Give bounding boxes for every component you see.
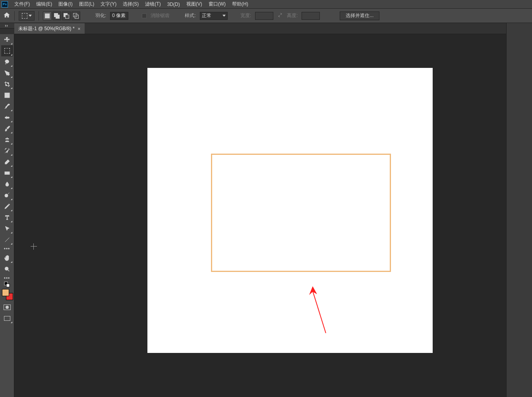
foreground-color-swatch[interactable] <box>2 289 9 296</box>
zoom-tool[interactable] <box>1 264 13 275</box>
menu-window[interactable]: 窗口(W) <box>205 0 229 9</box>
document-tab-title: 未标题-1 @ 50%(RGB/8) * <box>18 25 75 32</box>
antialias-label: 消除锯齿 <box>151 12 170 19</box>
swap-dims-icon <box>277 12 283 19</box>
marquee-icon <box>22 13 27 19</box>
menu-view[interactable]: 视图(V) <box>183 0 205 9</box>
menu-image[interactable]: 图像(I) <box>55 0 75 9</box>
close-icon[interactable]: × <box>78 26 81 32</box>
move-tool[interactable] <box>1 34 13 45</box>
edit-toolbar[interactable]: ••• <box>4 275 10 282</box>
screen-mode-button[interactable] <box>1 313 13 324</box>
drawn-rectangle-shape <box>211 154 391 272</box>
pen-tool[interactable] <box>1 201 13 212</box>
expand-panels-button[interactable] <box>0 23 14 29</box>
app-logo-icon: Ps <box>2 1 8 8</box>
document-canvas[interactable] <box>147 68 433 353</box>
current-tool-indicator[interactable] <box>19 11 35 21</box>
height-input <box>302 12 320 20</box>
path-select-tool[interactable] <box>1 223 13 234</box>
svg-point-4 <box>5 194 8 197</box>
svg-marker-9 <box>309 286 317 295</box>
annotation-arrow-icon <box>309 286 329 334</box>
feather-input[interactable]: 0 像素 <box>110 12 128 20</box>
quick-select-tool[interactable] <box>1 67 13 79</box>
default-colors-icon[interactable] <box>1 282 13 287</box>
quick-mask-button[interactable] <box>1 302 13 313</box>
hand-tool[interactable] <box>1 252 13 264</box>
svg-line-8 <box>313 291 326 333</box>
line-tool[interactable] <box>1 234 13 245</box>
toolbox: ••• ••• <box>0 34 14 397</box>
style-value: 正常 <box>202 12 211 19</box>
menu-3d[interactable]: 3D(D) <box>164 0 183 8</box>
crop-tool[interactable] <box>1 79 13 90</box>
style-select[interactable]: 正常 <box>200 12 228 20</box>
healing-brush-tool[interactable] <box>1 112 13 123</box>
height-label: 高度: <box>287 12 298 19</box>
collapsed-panels-strip[interactable] <box>506 23 532 397</box>
cursor-crosshair-icon <box>31 243 37 250</box>
color-swatches[interactable] <box>1 288 13 302</box>
selection-subtract-button[interactable] <box>62 12 71 20</box>
width-input <box>255 12 273 20</box>
selection-intersect-button[interactable] <box>72 12 80 20</box>
selection-new-button[interactable] <box>43 12 52 20</box>
eyedropper-tool[interactable] <box>1 101 13 112</box>
svg-rect-7 <box>6 284 10 287</box>
svg-point-0 <box>7 73 9 75</box>
type-tool[interactable] <box>1 212 13 223</box>
width-label: 宽度: <box>240 12 251 19</box>
menu-type[interactable]: 文字(Y) <box>97 0 120 9</box>
feather-label: 羽化: <box>95 12 106 19</box>
brush-tool[interactable] <box>1 123 13 134</box>
menu-bar: Ps 文件(F) 编辑(E) 图像(I) 图层(L) 文字(Y) 选择(S) 滤… <box>0 0 532 9</box>
chevron-down-icon <box>222 15 226 17</box>
menu-edit[interactable]: 编辑(E) <box>33 0 55 9</box>
menu-file[interactable]: 文件(F) <box>11 0 33 9</box>
gradient-tool[interactable] <box>1 168 13 179</box>
blur-tool[interactable] <box>1 179 13 190</box>
lasso-tool[interactable] <box>1 56 13 67</box>
menu-layer[interactable]: 图层(L) <box>76 0 98 9</box>
menu-filter[interactable]: 滤镜(T) <box>142 0 164 9</box>
rect-marquee-tool[interactable] <box>1 45 13 56</box>
home-icon[interactable] <box>3 12 10 20</box>
document-tab[interactable]: 未标题-1 @ 50%(RGB/8) * × <box>14 23 85 34</box>
selection-add-button[interactable] <box>52 12 61 20</box>
antialias-checkbox <box>142 13 147 18</box>
chevron-down-icon <box>29 15 32 17</box>
selection-mode-group <box>43 12 80 20</box>
dodge-tool[interactable] <box>1 190 13 201</box>
more-tools[interactable]: ••• <box>4 245 10 252</box>
canvas-workspace[interactable] <box>14 34 506 397</box>
frame-tool[interactable] <box>1 90 13 101</box>
svg-point-5 <box>5 267 8 270</box>
menu-help[interactable]: 帮助(H) <box>229 0 251 9</box>
clone-stamp-tool[interactable] <box>1 134 13 145</box>
history-brush-tool[interactable] <box>1 145 13 156</box>
eraser-tool[interactable] <box>1 156 13 168</box>
menu-select[interactable]: 选择(S) <box>120 0 142 9</box>
options-bar: 羽化: 0 像素 消除锯齿 样式: 正常 宽度: 高度: 选择并遮住... <box>0 9 532 23</box>
style-label: 样式: <box>185 12 195 19</box>
select-and-mask-button[interactable]: 选择并遮住... <box>340 12 379 20</box>
document-tab-strip: 未标题-1 @ 50%(RGB/8) * × <box>14 23 532 34</box>
